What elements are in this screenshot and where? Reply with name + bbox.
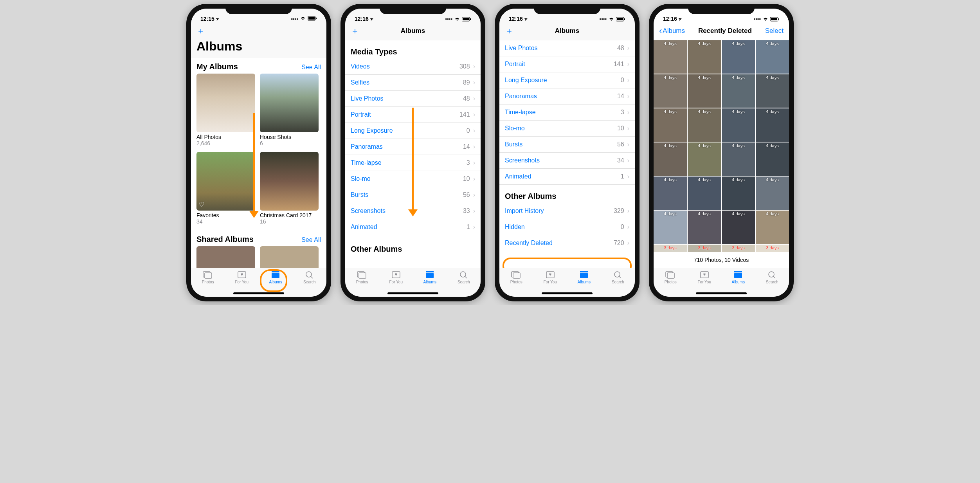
photo-thumbnail[interactable]: 4 days bbox=[654, 40, 687, 74]
list-row-recently-deleted[interactable]: Recently Deleted720› bbox=[499, 235, 635, 251]
tab-search[interactable]: Search bbox=[760, 270, 784, 284]
photo-thumbnail[interactable]: 3 days bbox=[756, 245, 789, 252]
list-item-name: Hidden bbox=[505, 223, 525, 231]
tab-albums[interactable]: Albums bbox=[418, 270, 441, 284]
add-button[interactable]: ＋ bbox=[505, 25, 513, 37]
tab-albums[interactable]: Albums bbox=[726, 270, 750, 284]
photo-thumbnail[interactable]: 4 days bbox=[722, 211, 755, 244]
tab-photos[interactable]: Photos bbox=[196, 270, 220, 284]
tab-photos[interactable]: Photos bbox=[350, 270, 374, 284]
photo-thumbnail[interactable]: 3 days bbox=[722, 245, 755, 252]
tab-search[interactable]: Search bbox=[606, 270, 630, 284]
tab-photos[interactable]: Photos bbox=[504, 270, 528, 284]
list-row-animated[interactable]: Animated1› bbox=[499, 169, 635, 185]
list-row-long-exposure[interactable]: Long Exposure0› bbox=[499, 72, 635, 88]
album-house-shots[interactable]: House Shots 6 bbox=[260, 74, 319, 146]
list-row-portrait[interactable]: Portrait141› bbox=[499, 56, 635, 72]
photo-thumbnail[interactable]: 4 days bbox=[654, 177, 687, 210]
list-row-live-photos[interactable]: Live Photos48› bbox=[499, 40, 635, 56]
photo-thumbnail[interactable]: 4 days bbox=[756, 177, 789, 210]
photo-thumbnail[interactable]: 4 days bbox=[756, 74, 789, 108]
tab-foryou[interactable]: For You bbox=[384, 270, 408, 284]
list-row-hidden[interactable]: Hidden0› bbox=[499, 219, 635, 235]
notch bbox=[380, 4, 446, 14]
chevron-right-icon: › bbox=[473, 111, 475, 118]
tab-search[interactable]: Search bbox=[298, 270, 321, 284]
svg-rect-1 bbox=[308, 17, 315, 20]
home-indicator[interactable] bbox=[696, 292, 747, 294]
list-row-bursts[interactable]: Bursts56› bbox=[499, 137, 635, 153]
photo-thumbnail[interactable]: 4 days bbox=[688, 142, 721, 176]
tab-foryou[interactable]: For You bbox=[693, 270, 716, 284]
svg-rect-12 bbox=[470, 18, 471, 20]
photo-thumbnail[interactable]: 4 days bbox=[722, 74, 755, 108]
photo-thumbnail[interactable]: 3 days bbox=[688, 245, 721, 252]
tab-search[interactable]: Search bbox=[452, 270, 476, 284]
photo-thumbnail[interactable]: 4 days bbox=[654, 211, 687, 244]
list-row-animated[interactable]: Animated1› bbox=[345, 219, 481, 235]
days-remaining-badge: 4 days bbox=[756, 109, 789, 114]
photo-thumbnail[interactable]: 4 days bbox=[722, 142, 755, 176]
home-indicator[interactable] bbox=[233, 292, 284, 294]
add-button[interactable]: ＋ bbox=[351, 25, 359, 37]
add-button[interactable]: ＋ bbox=[196, 25, 205, 37]
photo-thumbnail[interactable]: 4 days bbox=[756, 108, 789, 142]
shared-album-thumb[interactable] bbox=[260, 246, 319, 268]
tab-foryou[interactable]: For You bbox=[230, 270, 254, 284]
tab-albums[interactable]: Albums bbox=[572, 270, 596, 284]
tab-photos[interactable]: Photos bbox=[659, 270, 682, 284]
photo-thumbnail[interactable]: 3 days bbox=[654, 245, 687, 252]
content[interactable]: Media Types Videos308›Selfies89›Live Pho… bbox=[345, 40, 481, 268]
list-item-name: Import History bbox=[505, 207, 544, 214]
photo-thumbnail[interactable]: 4 days bbox=[688, 74, 721, 108]
annotation-circle bbox=[260, 269, 287, 292]
photo-thumbnail[interactable]: 4 days bbox=[722, 108, 755, 142]
list-row-selfies[interactable]: Selfies89› bbox=[345, 75, 481, 91]
content[interactable]: 4 days4 days4 days4 days4 days4 days4 da… bbox=[654, 40, 789, 268]
album-favorites[interactable]: ♡ Favorites 34 bbox=[196, 152, 255, 225]
list-item-name: Bursts bbox=[351, 191, 368, 198]
annotation-arrow bbox=[253, 113, 259, 218]
photo-thumbnail[interactable]: 4 days bbox=[722, 40, 755, 74]
photo-thumbnail[interactable]: 4 days bbox=[688, 108, 721, 142]
list-row-live-photos[interactable]: Live Photos48› bbox=[345, 91, 481, 107]
photo-thumbnail[interactable]: 4 days bbox=[654, 74, 687, 108]
photo-thumbnail[interactable]: 4 days bbox=[654, 142, 687, 176]
days-remaining-badge: 4 days bbox=[654, 41, 687, 46]
tab-foryou[interactable]: For You bbox=[539, 270, 562, 284]
notch bbox=[534, 4, 600, 14]
chevron-left-icon: ‹ bbox=[659, 28, 662, 34]
list-row-slo-mo[interactable]: Slo-mo10› bbox=[499, 121, 635, 137]
shared-album-thumb[interactable] bbox=[196, 246, 255, 268]
photo-thumbnail[interactable]: 4 days bbox=[654, 108, 687, 142]
home-indicator[interactable] bbox=[387, 292, 438, 294]
album-all-photos[interactable]: All Photos 2,646 bbox=[196, 74, 255, 146]
see-all-link[interactable]: See All bbox=[301, 236, 321, 243]
photo-thumbnail[interactable]: 4 days bbox=[756, 211, 789, 244]
see-all-link[interactable]: See All bbox=[301, 64, 321, 71]
chevron-right-icon: › bbox=[473, 143, 475, 150]
svg-rect-21 bbox=[617, 18, 623, 20]
content[interactable]: Live Photos48›Portrait141›Long Exposure0… bbox=[499, 40, 635, 268]
list-row-panoramas[interactable]: Panoramas14› bbox=[499, 88, 635, 105]
list-row-videos[interactable]: Videos308› bbox=[345, 59, 481, 75]
days-remaining-badge: 4 days bbox=[654, 177, 687, 182]
photo-thumbnail[interactable]: 4 days bbox=[756, 40, 789, 74]
screen-3: 12:16➤ ▪▪▪▪ ＋ Albums Live Photos48›Portr… bbox=[499, 9, 635, 297]
photo-thumbnail[interactable]: 4 days bbox=[688, 211, 721, 244]
list-row-time-lapse[interactable]: Time-lapse3› bbox=[499, 105, 635, 121]
select-button[interactable]: Select bbox=[765, 27, 784, 35]
list-item-name: Screenshots bbox=[351, 207, 386, 214]
home-indicator[interactable] bbox=[542, 292, 593, 294]
list-row-import-history[interactable]: Import History329› bbox=[499, 203, 635, 219]
list-row-screenshots[interactable]: Screenshots34› bbox=[499, 153, 635, 169]
photo-thumbnail[interactable]: 4 days bbox=[688, 177, 721, 210]
photo-grid[interactable]: 4 days4 days4 days4 days4 days4 days4 da… bbox=[654, 40, 789, 252]
album-christmas[interactable]: Christmas Card 2017 16 bbox=[260, 152, 319, 225]
photo-thumbnail[interactable]: 4 days bbox=[756, 142, 789, 176]
photo-thumbnail[interactable]: 4 days bbox=[688, 40, 721, 74]
photo-thumbnail[interactable]: 4 days bbox=[722, 177, 755, 210]
annotation-arrow bbox=[412, 108, 418, 216]
album-grid[interactable]: All Photos 2,646 ♡ Favorites 34 House Sh… bbox=[191, 74, 326, 225]
back-button[interactable]: ‹Albums bbox=[659, 27, 685, 35]
